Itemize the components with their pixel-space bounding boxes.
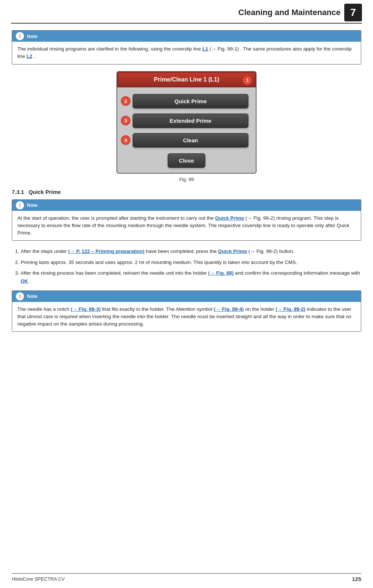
note-label-3: Note: [27, 293, 38, 299]
section-number: 7.3.1: [12, 189, 24, 195]
clean-row: 4 Clean: [125, 133, 248, 147]
footer-page-number: 125: [352, 576, 361, 582]
note-text-1d: .: [34, 53, 35, 59]
step-3: After the rinsing process has been compl…: [21, 269, 361, 285]
note3-text2: that fits exactly in the holder. The Att…: [102, 306, 213, 312]
note3-text3: on the holder: [245, 306, 274, 312]
ui-buttons-area: 2 Quick Prime 3 Extended Prime 4 Clean: [117, 91, 256, 147]
ui-mockup: Prime/Clean Line 1 (L1) 1 2 Quick Prime …: [116, 71, 257, 174]
clean-button[interactable]: Clean: [133, 133, 248, 147]
note2-link-qp[interactable]: Quick Prime: [215, 215, 244, 221]
step1-link2[interactable]: Quick Prime: [218, 248, 247, 254]
note-header-3: ! Note: [12, 291, 361, 302]
note-header-2: ! Note: [12, 200, 361, 211]
step-list: After the steps under (→ P. 122 – Primin…: [21, 247, 361, 285]
chapter-badge: 7: [344, 4, 362, 21]
page-footer: HistoCore SPECTRA CV 125: [12, 573, 361, 582]
step3-mid: and confirm the corresponding informatio…: [235, 270, 360, 276]
fig-caption: Fig. 99: [179, 177, 194, 182]
note-label-1: Note: [27, 34, 38, 39]
step-1: After the steps under (→ P. 122 – Primin…: [21, 247, 361, 255]
note2-ref: (→ Fig. 99-2): [245, 215, 275, 221]
note3-text1: The needle has a notch: [17, 306, 69, 312]
note2-text-start: At the start of operation, the user is p…: [17, 215, 214, 221]
badge-3: 3: [121, 116, 130, 125]
note3-ref2[interactable]: (→ Fig. 88-4): [214, 306, 244, 312]
note-icon-3: !: [16, 292, 24, 300]
section-heading: 7.3.1 Quick Prime: [12, 189, 361, 195]
close-row: Close: [117, 150, 256, 168]
note-body-2: At the start of operation, the user is p…: [12, 211, 361, 241]
ui-title-bar: Prime/Clean Line 1 (L1): [117, 72, 256, 87]
note3-ref1[interactable]: (→ Fig. 88-3): [71, 306, 101, 312]
link-l1[interactable]: L1: [202, 46, 208, 52]
step1-mid: have been completed, press the: [146, 248, 218, 254]
quick-prime-button[interactable]: Quick Prime: [133, 94, 248, 108]
step3-start: After the rinsing process has been compl…: [21, 270, 208, 276]
note-header-1: ! Note: [12, 31, 361, 42]
extended-prime-row: 3 Extended Prime: [125, 114, 248, 128]
step1-start: After the steps under: [21, 248, 68, 254]
close-button[interactable]: Close: [168, 153, 206, 168]
extended-prime-button[interactable]: Extended Prime: [133, 114, 248, 128]
note3-ref3[interactable]: (→ Fig. 88-2): [276, 306, 306, 312]
quick-prime-row: 2 Quick Prime: [125, 94, 248, 108]
note-box-1: ! Note The individual rinsing programs a…: [12, 30, 361, 65]
note-label-2: Note: [27, 202, 38, 208]
step3-link2[interactable]: OK: [21, 278, 28, 284]
note-body-1: The individual rinsing programs are clar…: [12, 42, 361, 64]
step2-text: Priming lasts approx. 35 seconds and use…: [21, 260, 297, 265]
page-header: Cleaning and Maintenance 7: [11, 0, 362, 24]
note-box-3: ! Note The needle has a notch (→ Fig. 88…: [12, 290, 361, 332]
step3-link1[interactable]: (→ Fig. 88): [208, 270, 234, 276]
note-box-2: ! Note At the start of operation, the us…: [12, 199, 361, 241]
step1-ref: (→ Fig. 99-2) button.: [248, 248, 294, 254]
note-text-1b: (→ Fig. 99-1): [210, 46, 239, 52]
footer-product: HistoCore SPECTRA CV: [12, 576, 65, 582]
badge-2: 2: [121, 96, 130, 106]
badge-4: 4: [121, 135, 130, 145]
step3-end: .: [29, 278, 31, 284]
note-body-3: The needle has a notch (→ Fig. 88-3) tha…: [12, 302, 361, 332]
section-title: Quick Prime: [28, 189, 61, 195]
link-l2[interactable]: L2: [27, 53, 32, 59]
figure-area: Prime/Clean Line 1 (L1) 1 2 Quick Prime …: [12, 71, 361, 182]
step1-link1[interactable]: (→ P. 122 – Priming preparation): [68, 248, 144, 254]
note-icon-1: !: [16, 32, 24, 40]
main-content: ! Note The individual rinsing programs a…: [0, 24, 373, 346]
note-icon-2: !: [16, 201, 24, 209]
step-2: Priming lasts approx. 35 seconds and use…: [21, 258, 361, 267]
page-title: Cleaning and Maintenance: [238, 8, 341, 17]
badge-1: 1: [243, 76, 252, 85]
note-text-1a: The individual rinsing programs are clar…: [17, 46, 201, 52]
